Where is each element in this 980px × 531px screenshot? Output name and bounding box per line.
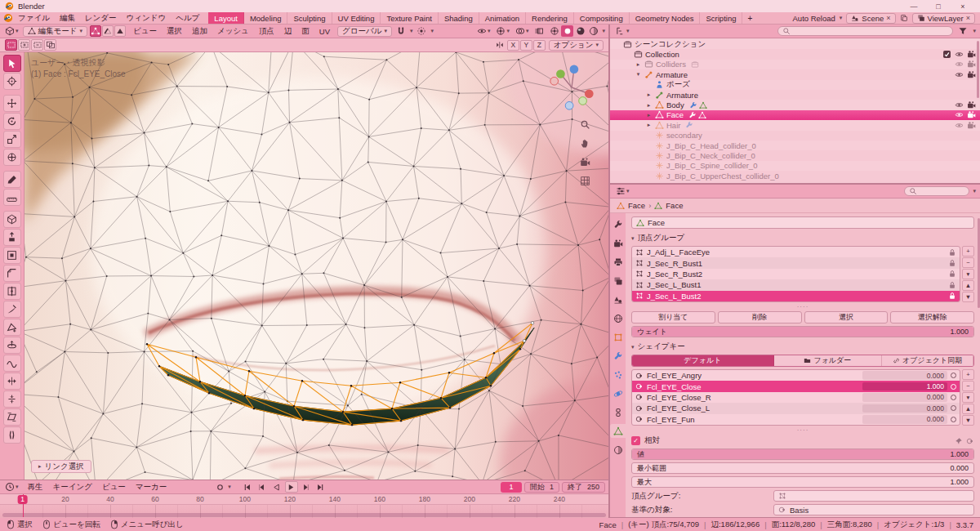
mute-toggle[interactable] — [951, 373, 956, 378]
range-max-field[interactable]: 最大 1.000 — [631, 476, 974, 488]
previous-keyframe-button[interactable] — [256, 481, 269, 493]
proportional-editing-toggle[interactable] — [415, 25, 428, 37]
timeline-menu-marker[interactable]: マーカー — [131, 480, 172, 493]
frame-end-field[interactable]: 終了 250 — [562, 482, 605, 493]
disable-in-renders-toggle[interactable] — [967, 50, 976, 59]
workspace-tab-rendering[interactable]: Rendering — [526, 12, 574, 24]
shape-key-lock-pin-icon[interactable] — [955, 437, 963, 445]
tool-select-box-button[interactable] — [3, 55, 21, 72]
maximize-button[interactable]: □ — [926, 2, 951, 11]
select-mode-subtract-button[interactable] — [31, 39, 43, 51]
xray-toggle[interactable] — [532, 25, 546, 37]
wireframe-shading-button[interactable] — [548, 25, 560, 37]
shape-keys-panel-header[interactable]: ▾ シェイプキー — [631, 341, 974, 352]
disable-in-renders-toggle[interactable] — [967, 70, 976, 79]
lock-icon[interactable] — [948, 281, 956, 289]
vertex-group-row-j-sec-r-bust2[interactable]: J_Sec_R_Bust2 — [632, 269, 960, 279]
tool-extrude-region-button[interactable] — [3, 229, 21, 246]
topbar-menu-render[interactable]: レンダー — [80, 12, 122, 24]
auto-reload-toggle[interactable]: Auto Reload — [793, 14, 835, 23]
shape-key-row-fcl-eye-fun[interactable]: Fcl_EYE_Fun0.000 — [632, 414, 960, 425]
outliner-row-armature[interactable]: ▾Armature — [610, 69, 980, 79]
operator-panel[interactable]: ▸ リンク選択 — [31, 460, 91, 473]
vertex-group-row-j-sec-r-bust1[interactable]: J_Sec_R_Bust1 — [632, 257, 960, 268]
timeline-menu-keying[interactable]: キーイング — [48, 480, 97, 493]
shape-key-row-fcl-eye-close-r[interactable]: Fcl_EYE_Close_R0.000 — [632, 392, 960, 403]
workspace-tab-compositing[interactable]: Compositing — [574, 12, 630, 24]
tool-cursor-button[interactable] — [3, 73, 21, 90]
shape-key-value-slider[interactable]: 0.000 — [862, 393, 947, 402]
show-gizmo-button[interactable]: ▾ — [494, 25, 511, 37]
list-resize-grip[interactable]: ···· — [631, 428, 974, 432]
timeline-scrollbar[interactable] — [2, 513, 606, 517]
shape-key-tab-default[interactable]: デフォルト — [632, 355, 774, 366]
shape-key-move-down-button[interactable]: ▼ — [962, 415, 974, 426]
weight-slider[interactable]: ウェイト 1.000 — [631, 326, 974, 337]
properties-tab-scene[interactable] — [610, 292, 626, 306]
workspace-tab-sculpting[interactable]: Sculpting — [287, 12, 332, 24]
edge-select-mode-button[interactable] — [102, 25, 114, 37]
outliner-filter-button[interactable] — [956, 25, 969, 37]
scene-selector[interactable]: Scene × — [846, 13, 895, 24]
jump-to-start-button[interactable] — [241, 481, 254, 493]
outliner-row-j-bip-c-upperchest-collider-0[interactable]: J_Bip_C_UpperChest_collider_0 — [610, 171, 980, 181]
select-mode-intersect-button[interactable] — [44, 39, 56, 51]
relative-checkbox[interactable]: ✓ — [631, 436, 640, 445]
mesh-name-field[interactable]: Face — [631, 216, 974, 229]
transform-orientation-selector[interactable]: グローバル ▾ — [337, 26, 392, 37]
mute-toggle[interactable] — [951, 395, 956, 400]
mode-selector[interactable]: 編集モード ▾ — [23, 26, 87, 37]
unlink-scene-button[interactable]: × — [886, 14, 890, 22]
shape-key-edit-mode-icon[interactable] — [966, 437, 974, 445]
outliner-row-j-bip-c-neck-collider-0[interactable]: J_Bip_C_Neck_collider_0 — [610, 150, 980, 160]
properties-tab-modifiers[interactable] — [610, 349, 626, 363]
camera-view-button[interactable] — [580, 157, 590, 169]
solid-shading-button[interactable] — [561, 25, 573, 37]
hide-in-viewport-toggle[interactable] — [955, 50, 964, 59]
tool-knife-button[interactable] — [3, 301, 21, 318]
pan-button[interactable] — [580, 138, 590, 150]
vertex-group-row-j-sec-l-bust1[interactable]: J_Sec_L_Bust1 — [632, 279, 960, 290]
outliner-row-j-bip-c-spine-collider-0[interactable]: J_Bip_C_Spine_collider_0 — [610, 161, 980, 171]
properties-tab-object[interactable] — [610, 330, 626, 344]
topbar-menu-file[interactable]: ファイル — [13, 12, 55, 24]
new-scene-button[interactable] — [900, 14, 908, 22]
zoom-button[interactable] — [580, 119, 590, 132]
outliner-row-armature-data[interactable]: ▸Armature — [610, 90, 980, 100]
jump-to-end-button[interactable] — [314, 481, 327, 493]
shape-key-value-slider[interactable]: 1.000 — [862, 382, 947, 391]
snap-toggle[interactable] — [394, 25, 408, 37]
workspace-tab-texture-paint[interactable]: Texture Paint — [381, 12, 438, 24]
add-workspace-button[interactable]: + — [742, 14, 757, 23]
select-button[interactable]: 選択 — [804, 311, 889, 324]
snap-options-button[interactable]: ▾ — [410, 28, 413, 34]
remove-view-layer-button[interactable]: × — [966, 14, 970, 22]
workspace-tab-uv-editing[interactable]: UV Editing — [332, 12, 381, 24]
expander-icon[interactable]: ▸ — [635, 61, 642, 68]
lock-icon[interactable] — [948, 248, 956, 257]
proportional-options-button[interactable]: ▾ — [430, 28, 434, 34]
auto-reload-dropdown-icon[interactable]: ▾ — [840, 15, 843, 21]
outliner-row-scene-collection[interactable]: シーンコレクション — [610, 39, 980, 49]
blender-menu-button[interactable] — [3, 13, 13, 23]
shape-key-row-fcl-eye-angry[interactable]: Fcl_EYE_Angry0.000 — [632, 370, 960, 381]
expander-icon[interactable]: ▸ — [645, 91, 653, 98]
hide-in-viewport-toggle[interactable] — [955, 110, 964, 119]
topbar-menu-help[interactable]: ヘルプ — [171, 12, 204, 24]
outliner-row-face[interactable]: ▸Face — [610, 110, 980, 120]
visibility-dropdown-button[interactable]: ▾ — [475, 25, 492, 37]
expander-icon[interactable]: ▾ — [635, 71, 642, 78]
exclude-checkbox[interactable] — [942, 50, 951, 59]
lock-icon[interactable] — [948, 292, 956, 300]
list-resize-grip[interactable]: ···· — [631, 305, 974, 309]
outliner-row-collection[interactable]: Collection — [610, 49, 980, 59]
range-min-field[interactable]: 最小範囲 0.000 — [631, 462, 974, 474]
lock-icon[interactable] — [948, 270, 956, 278]
shape-key-tab-folder[interactable]: フォルダー — [774, 355, 882, 366]
vertex-group-row-j-adj-l-faceeye[interactable]: J_Adj_L_FaceEye — [632, 247, 960, 257]
mirror-y-button[interactable]: Y — [520, 40, 532, 51]
shape-key-value-slider[interactable]: 0.000 — [862, 371, 947, 380]
tool-loop-cut-button[interactable] — [3, 283, 21, 300]
tool-edge-slide-button[interactable] — [3, 373, 21, 390]
orthographic-toggle-button[interactable] — [580, 176, 590, 188]
